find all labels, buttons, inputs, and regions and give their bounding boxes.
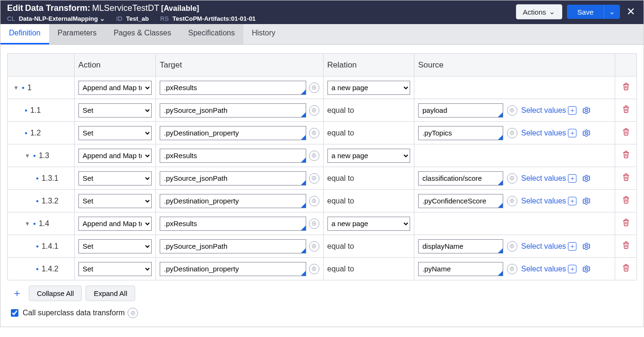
expand-all-button[interactable]: Expand All: [86, 286, 135, 301]
select-values-link[interactable]: Select values ＋: [521, 129, 576, 137]
trash-icon[interactable]: [622, 174, 630, 183]
select-values-link[interactable]: Select values ＋: [521, 242, 576, 251]
select-values-link[interactable]: Select values ＋: [521, 106, 576, 115]
target-icon[interactable]: [309, 128, 319, 138]
source-input-wrap: [418, 239, 503, 253]
target-input[interactable]: [163, 172, 303, 185]
tab-pages-classes[interactable]: Pages & Classes: [105, 24, 180, 44]
target-icon[interactable]: [309, 264, 319, 274]
caret-down-icon[interactable]: ▼: [25, 220, 30, 227]
actions-button[interactable]: Actions ⌄: [516, 4, 562, 19]
relation-select[interactable]: a new page: [327, 81, 410, 95]
trash-icon[interactable]: [622, 242, 630, 251]
edit-label: Edit: [7, 3, 23, 13]
svg-point-1: [313, 87, 315, 88]
trash-icon[interactable]: [622, 265, 630, 274]
action-select[interactable]: Append and Map toSet: [78, 126, 152, 140]
step-number: 1.4.1: [42, 242, 59, 251]
target-input[interactable]: [163, 262, 303, 276]
target-icon[interactable]: [309, 241, 319, 252]
relation-select[interactable]: a new page: [327, 217, 410, 231]
bullet-icon: ●: [33, 153, 36, 158]
target-input[interactable]: [163, 81, 303, 94]
tab-parameters[interactable]: Parameters: [49, 24, 105, 44]
action-select[interactable]: Append and Map toSet: [78, 171, 152, 185]
collapse-all-button[interactable]: Collapse All: [29, 286, 82, 301]
target-input-wrap: [160, 149, 306, 163]
target-input[interactable]: [163, 194, 303, 208]
source-input[interactable]: [421, 240, 500, 253]
source-input[interactable]: [421, 172, 500, 185]
source-input[interactable]: [421, 194, 500, 208]
rule-meta: CL Data-NLP-ExternalMapping ⌄ ID Test_ab…: [7, 15, 256, 22]
target-input-wrap: [160, 81, 306, 95]
bullet-icon: ●: [36, 198, 39, 203]
close-icon[interactable]: ✕: [625, 6, 637, 18]
target-icon[interactable]: [507, 196, 517, 206]
trash-icon[interactable]: [622, 84, 630, 93]
tab-definition[interactable]: Definition: [0, 24, 49, 44]
gear-icon[interactable]: [580, 127, 592, 139]
step-number: 1.4.2: [42, 265, 59, 273]
gear-icon[interactable]: [580, 104, 592, 117]
step-number: 1.3.1: [42, 174, 59, 183]
target-icon[interactable]: [507, 105, 517, 116]
target-icon[interactable]: [507, 128, 517, 138]
target-icon[interactable]: [309, 151, 319, 161]
trash-icon[interactable]: [622, 152, 630, 160]
svg-point-6: [585, 109, 588, 111]
target-icon[interactable]: [507, 173, 517, 184]
source-input[interactable]: [421, 262, 500, 276]
gear-icon[interactable]: [580, 172, 592, 185]
target-icon[interactable]: [309, 105, 319, 116]
action-select[interactable]: Append and Map toSet: [78, 103, 152, 118]
action-select[interactable]: Append and Map toSet: [78, 149, 152, 163]
trash-icon[interactable]: [622, 106, 630, 115]
source-input[interactable]: [421, 126, 500, 140]
source-input[interactable]: [421, 104, 500, 117]
action-select[interactable]: Append and Map toSet: [78, 81, 152, 95]
trash-icon[interactable]: [622, 219, 630, 228]
target-input[interactable]: [163, 126, 303, 140]
id-label: ID: [116, 15, 122, 22]
class-picker[interactable]: Data-NLP-ExternalMapping ⌄: [19, 15, 105, 22]
target-input[interactable]: [163, 149, 303, 162]
call-superclass-checkbox[interactable]: [11, 309, 18, 317]
select-values-link[interactable]: Select values ＋: [521, 174, 576, 183]
select-values-link[interactable]: Select values ＋: [521, 197, 576, 205]
svg-point-15: [313, 177, 315, 179]
gear-icon[interactable]: [580, 240, 592, 253]
action-select[interactable]: Append and Map toSet: [78, 194, 152, 208]
col-target: Target: [155, 54, 323, 76]
action-select[interactable]: Append and Map toSet: [78, 262, 152, 276]
trash-icon[interactable]: [622, 129, 630, 138]
gear-icon[interactable]: [580, 195, 592, 207]
target-input[interactable]: [163, 104, 303, 117]
source-input-wrap: [418, 171, 503, 185]
rs-value: TestCoPM-Artifacts:01-01-01: [172, 15, 256, 22]
target-icon[interactable]: [309, 196, 319, 206]
caret-down-icon[interactable]: ▼: [25, 152, 30, 159]
relation-select[interactable]: a new page: [327, 149, 410, 163]
target-icon[interactable]: [507, 241, 517, 252]
select-values-link[interactable]: Select values ＋: [521, 265, 576, 273]
target-icon[interactable]: [128, 308, 138, 318]
target-input-wrap: [160, 239, 306, 253]
add-step-button[interactable]: ＋: [9, 285, 25, 301]
gear-icon[interactable]: [580, 263, 592, 275]
target-icon[interactable]: [309, 219, 319, 229]
trash-icon[interactable]: [622, 197, 630, 206]
save-button[interactable]: Save: [567, 5, 604, 19]
target-input[interactable]: [163, 217, 303, 230]
tab-specifications[interactable]: Specifications: [180, 24, 243, 44]
save-dropdown-button[interactable]: ⌄: [604, 5, 620, 19]
step-number: 1.3.2: [42, 197, 59, 205]
action-select[interactable]: Append and Map toSet: [78, 239, 152, 253]
caret-down-icon[interactable]: ▼: [13, 84, 19, 91]
target-icon[interactable]: [309, 173, 319, 184]
target-icon[interactable]: [507, 264, 517, 274]
target-icon[interactable]: [309, 83, 319, 93]
target-input[interactable]: [163, 240, 303, 253]
action-select[interactable]: Append and Map toSet: [78, 217, 152, 231]
tab-history[interactable]: History: [243, 24, 284, 44]
